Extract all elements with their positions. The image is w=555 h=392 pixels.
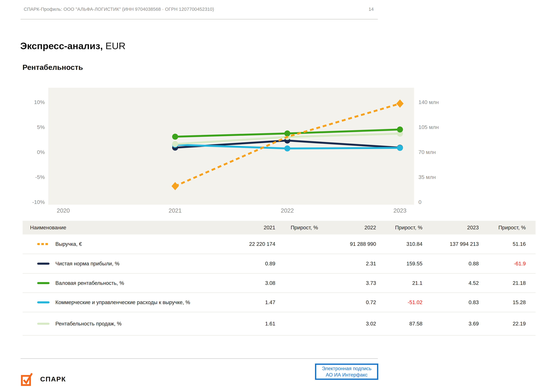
footer-divider: [21, 358, 378, 359]
metric-name: Рентабельность продаж, %: [55, 312, 122, 335]
metric-name: Валовая рентабельность, %: [55, 274, 124, 292]
growth-2022: 21.1: [412, 274, 423, 292]
series-marker: [284, 145, 290, 151]
profitability-chart: 10%5%0%-5%-10%140 млн105 млн70 млн35 млн…: [24, 86, 490, 216]
series-marker: [397, 127, 403, 132]
column-header-growth-2023: Прирост, %: [498, 221, 526, 235]
value-2023: 0.88: [469, 254, 479, 273]
value-2022: 2.31: [366, 254, 376, 273]
growth-2023: 15.28: [513, 293, 526, 312]
right-axis-tick-label: 0: [418, 199, 422, 205]
value-2023: 137 994 213: [450, 235, 479, 254]
page-title-main: Экспресс-анализ,: [20, 41, 103, 51]
left-axis-tick-label: 0%: [37, 149, 45, 155]
right-axis-tick-label: 105 млн: [418, 124, 439, 130]
value-2022: 91 288 990: [350, 235, 376, 254]
metric-name: Коммерческие и управленческие расходы к …: [55, 293, 190, 312]
table-header-row: Наименование 2021 Прирост, % 2022 Прирос…: [23, 221, 535, 235]
table-row: Коммерческие и управленческие расходы к …: [23, 293, 535, 312]
value-2023: 4.52: [469, 274, 479, 292]
growth-2023: 51.16: [513, 235, 526, 254]
section-title: Рентабельность: [22, 63, 83, 71]
signature-line-2: АО ИА Интерфакс: [326, 372, 367, 378]
left-axis-tick-label: 10%: [34, 99, 45, 105]
x-axis-tick-label: 2023: [394, 207, 406, 214]
value-2021: 0.89: [265, 254, 275, 273]
growth-2023: 22.19: [513, 312, 526, 335]
page-title: Экспресс-анализ, EUR: [20, 41, 125, 51]
spark-logo-icon: [21, 372, 38, 386]
series-marker: [172, 134, 178, 140]
x-axis-tick-label: 2020: [57, 207, 70, 214]
header-divider: [21, 19, 378, 19]
series-swatch: [37, 282, 50, 284]
document-header: СПАРК-Профиль: ООО "АЛЬФА-ЛОГИСТИК" (ИНН…: [24, 7, 214, 12]
series-swatch: [37, 263, 50, 265]
series-marker: [284, 130, 290, 136]
column-header-2021: 2021: [264, 221, 275, 235]
x-axis-tick-label: 2022: [281, 207, 294, 214]
growth-2023: -61.9: [514, 254, 526, 273]
x-axis-tick-label: 2021: [169, 207, 182, 214]
column-header-growth-2021: Прирост, %: [291, 221, 318, 235]
spark-logo: СПАРК: [21, 372, 66, 386]
metric-name: Выручка, €: [55, 235, 82, 254]
value-2022: 3.02: [366, 312, 376, 335]
growth-2022: 159.55: [406, 254, 423, 273]
series-marker: [172, 141, 178, 147]
series-swatch: [37, 301, 50, 304]
value-2022: 0.72: [366, 293, 376, 312]
growth-2023: 21.18: [513, 274, 526, 292]
spark-logo-text: СПАРК: [40, 375, 66, 383]
right-axis-tick-label: 140 млн: [418, 99, 439, 105]
table-row: Чистая норма прибыли, % 0.89 2.31 159.55…: [23, 254, 535, 274]
value-2023: 0.83: [469, 293, 479, 312]
left-axis-tick-label: -5%: [35, 174, 45, 180]
page-number: 14: [342, 7, 374, 12]
value-2022: 3.73: [366, 274, 376, 292]
value-2021: 3.08: [265, 274, 275, 292]
value-2021: 22 220 174: [249, 235, 275, 254]
value-2021: 1.61: [265, 312, 275, 335]
left-axis-tick-label: -10%: [32, 199, 45, 205]
column-header-2023: 2023: [467, 221, 479, 235]
growth-2022: 310.84: [406, 235, 423, 254]
series-swatch: [37, 323, 50, 325]
growth-2022: 87.58: [409, 312, 423, 335]
value-2023: 3.69: [469, 312, 479, 335]
series-marker: [397, 145, 403, 151]
electronic-signature-button[interactable]: Электронная подпись АО ИА Интерфакс: [315, 363, 378, 380]
table-row: Валовая рентабельность, % 3.08 3.73 21.1…: [23, 274, 535, 293]
series-swatch: [37, 243, 50, 245]
column-header-2022: 2022: [365, 221, 376, 235]
table-row: Рентабельность продаж, % 1.61 3.02 87.58…: [23, 312, 535, 335]
right-axis-tick-label: 70 млн: [418, 149, 436, 155]
metric-name: Чистая норма прибыли, %: [55, 254, 119, 273]
table-row: Выручка, € 22 220 174 91 288 990 310.84 …: [23, 235, 535, 254]
column-header-growth-2022: Прирост, %: [395, 221, 423, 235]
left-axis-tick-label: 5%: [37, 124, 45, 130]
spark-profile-page: { "page": { "header": "СПАРК-Профиль: ОО…: [0, 0, 555, 392]
growth-2022: -51.02: [408, 293, 423, 312]
signature-line-1: Электронная подпись: [322, 365, 371, 372]
page-title-currency: EUR: [103, 41, 125, 51]
value-2021: 1.47: [265, 293, 275, 312]
right-axis-tick-label: 35 млн: [418, 174, 436, 180]
column-header-name: Наименование: [30, 221, 66, 235]
